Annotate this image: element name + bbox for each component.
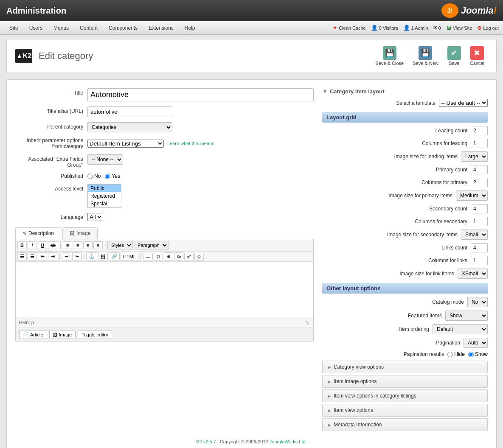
- language-select[interactable]: All: [87, 213, 103, 221]
- editor-sub[interactable]: x₂: [174, 252, 183, 260]
- joomlaworks-link[interactable]: JoomlaWorks Ltd.: [270, 439, 307, 444]
- editor-omega[interactable]: Ω: [194, 253, 204, 260]
- editor-indent[interactable]: ⇥: [48, 252, 57, 260]
- joomla-logo: J! Joomla!: [441, 3, 497, 18]
- pagination-select[interactable]: Auto: [464, 338, 488, 348]
- save-close-button[interactable]: 💾 Save & Close: [372, 45, 407, 67]
- form-right: ▼ Category item layout Select a template…: [322, 88, 488, 433]
- nav-item-components[interactable]: Components: [104, 23, 143, 33]
- pagination-hide-label[interactable]: Hide: [447, 351, 465, 357]
- access-level-label: Access level: [15, 184, 87, 192]
- editor-align-left[interactable]: ≡: [63, 241, 72, 249]
- columns-links-input[interactable]: [471, 256, 488, 265]
- save-button[interactable]: ✔ Save: [444, 45, 464, 67]
- k2-version-link[interactable]: K2 v2.5.7: [196, 439, 216, 444]
- nav-item-users[interactable]: Users: [24, 23, 48, 33]
- editor-bold[interactable]: B: [17, 241, 27, 249]
- image-leading-select[interactable]: Large: [461, 151, 488, 162]
- editor-area[interactable]: [16, 262, 313, 317]
- tab-description[interactable]: ✎ Description: [15, 227, 61, 239]
- catalog-mode-select[interactable]: No: [467, 297, 488, 307]
- editor-ul[interactable]: ☰: [17, 252, 27, 260]
- editor-toolbar-row2: ☰ ☰ ⇤ ⇥ ↩ ↪ ⚓ 🖼 🔗 HTML — Ω: [16, 252, 313, 262]
- extra-fields-select[interactable]: -- None --: [87, 154, 123, 165]
- item-ordering-select[interactable]: Default: [433, 324, 488, 334]
- editor-underline[interactable]: U: [38, 241, 47, 249]
- nav-item-site[interactable]: Site: [4, 23, 23, 33]
- editor-table[interactable]: ⊞: [164, 252, 173, 260]
- image-primary-select[interactable]: Medium: [456, 190, 488, 201]
- columns-primary-input[interactable]: [471, 178, 488, 187]
- cancel-button[interactable]: ✖ Cancel: [466, 45, 488, 67]
- admin-icon: 👤: [403, 25, 410, 31]
- editor-hr[interactable]: —: [143, 253, 153, 260]
- learn-link[interactable]: Learn what this means: [167, 141, 214, 146]
- inherit-row: Inherit parameter options from category …: [15, 137, 314, 149]
- item-image-options-header[interactable]: ▶ Item image options: [323, 375, 487, 387]
- editor-outdent[interactable]: ⇤: [38, 252, 47, 260]
- resize-handle[interactable]: ⤡: [305, 319, 310, 326]
- access-special[interactable]: Special: [88, 200, 121, 207]
- pagination-results-row: Pagination results Hide Show: [322, 351, 488, 357]
- editor-undo[interactable]: ↩: [62, 252, 71, 260]
- editor-special-char[interactable]: Ω: [154, 253, 163, 260]
- editor-image[interactable]: 🖼: [98, 253, 108, 260]
- editor-styles-select[interactable]: Styles: [107, 241, 133, 249]
- editor-ol[interactable]: ☰: [28, 252, 37, 260]
- nav-item-extensions[interactable]: Extensions: [143, 23, 179, 33]
- item-view-options-header[interactable]: ▶ Item view options: [323, 404, 487, 416]
- image-secondary-select[interactable]: Small: [461, 230, 488, 240]
- article-button[interactable]: 📄 Article: [19, 330, 47, 339]
- pagination-results-label: Pagination results: [404, 351, 444, 357]
- logout-link[interactable]: ⊗ Log out: [477, 25, 499, 31]
- editor-align-center[interactable]: ≡: [73, 241, 82, 249]
- editor-format-select[interactable]: Paragraph: [134, 241, 169, 249]
- nav-item-help[interactable]: Help: [180, 23, 200, 33]
- editor-anchor[interactable]: ⚓: [86, 252, 97, 260]
- image-insert-button[interactable]: 🖼 Image: [49, 330, 76, 339]
- clean-cache-link[interactable]: ✦ Clean Cache: [333, 25, 366, 31]
- category-view-options-header[interactable]: ▶ Category view options: [323, 361, 487, 373]
- secondary-count-input[interactable]: [471, 204, 488, 213]
- image-links-select[interactable]: XSmall: [458, 269, 488, 279]
- published-no-label[interactable]: No: [87, 173, 101, 179]
- published-yes-radio[interactable]: [105, 174, 110, 179]
- save-new-button[interactable]: 💾 Save & New: [409, 45, 442, 67]
- title-input[interactable]: [87, 88, 314, 101]
- editor-strikethrough[interactable]: ab: [48, 241, 58, 249]
- published-yes-label[interactable]: Yes: [105, 173, 120, 179]
- featured-items-select[interactable]: Show: [445, 311, 488, 321]
- columns-leading-input[interactable]: [471, 139, 488, 148]
- editor-redo[interactable]: ↪: [72, 252, 81, 260]
- columns-secondary-input[interactable]: [471, 217, 488, 226]
- editor-italic[interactable]: I: [28, 241, 37, 249]
- title-alias-input[interactable]: [87, 106, 172, 117]
- toggle-editor-button[interactable]: Toggle editor: [78, 330, 112, 339]
- tab-image[interactable]: 🖼 Image: [62, 227, 98, 239]
- editor-align-justify[interactable]: ≡: [93, 241, 103, 249]
- links-count-input[interactable]: [471, 243, 488, 252]
- pagination-hide-radio[interactable]: [447, 352, 453, 357]
- visitors-count: 0 Visitors: [379, 25, 398, 31]
- leading-count-input[interactable]: [471, 126, 488, 135]
- template-select[interactable]: -- Use default --: [439, 99, 488, 107]
- access-registered[interactable]: Registered: [88, 192, 121, 200]
- pagination-show-label[interactable]: Show: [468, 351, 488, 357]
- published-no-radio[interactable]: [87, 174, 93, 179]
- access-public[interactable]: Public: [88, 185, 121, 192]
- editor-sup[interactable]: x²: [184, 253, 194, 260]
- nav-item-menus[interactable]: Menus: [48, 23, 74, 33]
- pagination-hide-text: Hide: [454, 351, 465, 357]
- pagination-show-radio[interactable]: [468, 352, 474, 357]
- parent-category-select[interactable]: Categories: [87, 122, 172, 132]
- item-view-options-category-header[interactable]: ▶ Item view options in category listings: [323, 390, 487, 402]
- nav-item-content[interactable]: Content: [75, 23, 103, 33]
- editor-link[interactable]: 🔗: [109, 252, 120, 260]
- metadata-information-header[interactable]: ▶ Metadata Information: [323, 419, 487, 431]
- editor-html[interactable]: HTML: [121, 253, 138, 260]
- inherit-select[interactable]: Default Item Listings: [87, 140, 164, 148]
- editor-align-right[interactable]: ≡: [83, 241, 93, 249]
- access-list[interactable]: Public Registered Special: [87, 184, 121, 208]
- view-site-link[interactable]: 🖥 View Site: [446, 25, 472, 31]
- primary-count-input[interactable]: [471, 165, 488, 174]
